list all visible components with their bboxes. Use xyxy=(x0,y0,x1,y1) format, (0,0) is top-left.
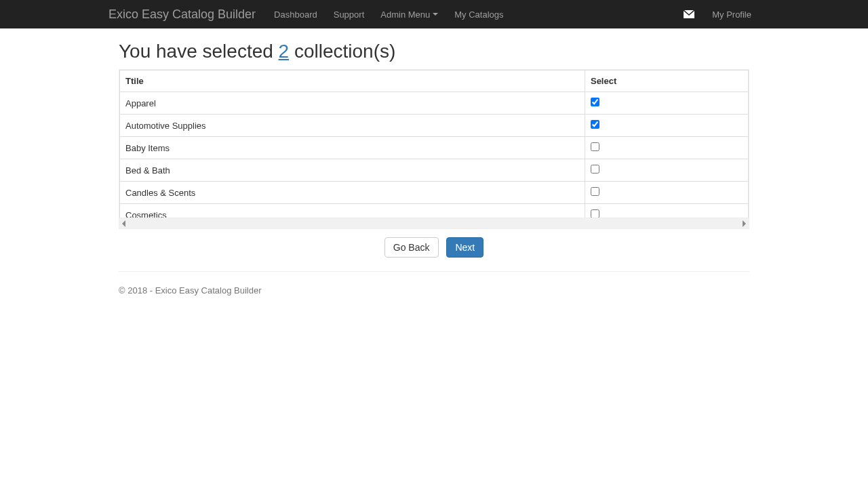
row-checkbox[interactable] xyxy=(591,209,599,218)
row-title: Automotive Supplies xyxy=(120,115,585,137)
table-body: ApparelAutomotive SuppliesBaby ItemsBed … xyxy=(120,92,749,218)
row-checkbox[interactable] xyxy=(591,165,599,174)
heading-suffix: collection(s) xyxy=(289,41,395,62)
row-select-cell xyxy=(585,115,748,137)
nav-item-label: My Catalogs xyxy=(454,9,503,20)
row-select-cell xyxy=(585,92,748,115)
next-button[interactable]: Next xyxy=(446,237,484,258)
horizontal-scrollbar[interactable] xyxy=(119,218,749,228)
divider xyxy=(119,271,749,272)
navbar-inner: Exico Easy Catalog Builder DashboardSupp… xyxy=(108,0,760,28)
nav-item-label: Dashboard xyxy=(274,9,317,20)
collections-table: Ttile Select ApparelAutomotive SuppliesB… xyxy=(119,70,749,218)
row-title: Cosmetics xyxy=(120,204,585,218)
row-select-cell xyxy=(585,137,748,159)
table-row: Automotive Supplies xyxy=(120,115,749,137)
row-title: Baby Items xyxy=(120,137,585,159)
nav-item-admin-menu[interactable]: Admin Menu xyxy=(372,0,446,28)
brand[interactable]: Exico Easy Catalog Builder xyxy=(108,7,266,22)
page-heading: You have selected 2 collection(s) xyxy=(119,41,749,62)
table-row: Baby Items xyxy=(120,137,749,159)
chevron-down-icon xyxy=(433,13,438,16)
heading-prefix: You have selected xyxy=(119,41,279,62)
navbar: Exico Easy Catalog Builder DashboardSupp… xyxy=(0,0,868,28)
table-row: Bed & Bath xyxy=(120,159,749,182)
row-select-cell xyxy=(585,182,748,204)
col-header-title: Ttile xyxy=(120,70,585,92)
mail-icon xyxy=(684,10,694,18)
footer-text: © 2018 - Exico Easy Catalog Builder xyxy=(119,285,749,309)
row-select-cell xyxy=(585,204,748,218)
row-title: Bed & Bath xyxy=(120,159,585,182)
row-title: Apparel xyxy=(120,92,585,115)
row-checkbox[interactable] xyxy=(591,120,599,129)
table-area: Ttile Select ApparelAutomotive SuppliesB… xyxy=(119,69,749,229)
nav-item-label: Admin Menu xyxy=(380,9,430,20)
nav-item-support[interactable]: Support xyxy=(326,0,373,28)
row-checkbox[interactable] xyxy=(591,187,599,196)
container: You have selected 2 collection(s) Ttile … xyxy=(108,41,760,309)
table-row: Candles & Scents xyxy=(120,182,749,204)
button-row: Go Back Next xyxy=(119,237,749,258)
row-checkbox[interactable] xyxy=(591,98,599,106)
row-checkbox[interactable] xyxy=(591,142,599,151)
table-row: Cosmetics xyxy=(120,204,749,218)
nav-left: DashboardSupportAdmin MenuMy Catalogs xyxy=(266,0,511,28)
nav-profile[interactable]: My Profile xyxy=(704,0,760,28)
table-header-row: Ttile Select xyxy=(120,70,749,92)
mail-link[interactable] xyxy=(674,0,704,28)
nav-item-dashboard[interactable]: Dashboard xyxy=(266,0,326,28)
table-scroll[interactable]: Ttile Select ApparelAutomotive SuppliesB… xyxy=(119,70,749,218)
nav-item-my-catalogs[interactable]: My Catalogs xyxy=(446,0,511,28)
heading-count[interactable]: 2 xyxy=(279,41,290,62)
row-select-cell xyxy=(585,159,748,182)
go-back-button[interactable]: Go Back xyxy=(384,237,439,258)
table-row: Apparel xyxy=(120,92,749,115)
nav-item-label: Support xyxy=(334,9,365,20)
row-title: Candles & Scents xyxy=(120,182,585,204)
col-header-select: Select xyxy=(585,70,748,92)
